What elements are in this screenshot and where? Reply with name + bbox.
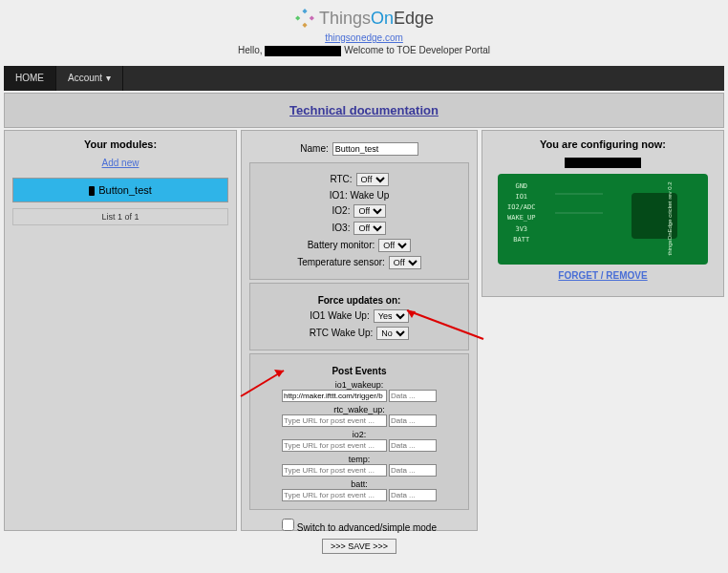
list-info: List 1 of 1 <box>12 208 228 225</box>
module-item-label: Button_test <box>98 184 152 196</box>
ev-temp-url[interactable] <box>282 464 387 477</box>
force-rtc-label: RTC Wake Up: <box>310 328 374 338</box>
main-columns: Your modules: Add new Button_test List 1… <box>0 130 728 531</box>
ev-temp-data[interactable] <box>389 464 437 477</box>
technical-docs-link[interactable]: Technical documentation <box>289 103 439 117</box>
name-input[interactable] <box>332 142 418 156</box>
ev-rtc-url[interactable] <box>282 414 387 427</box>
brand-bold: Edge <box>394 9 434 29</box>
nav-account[interactable]: Account▾ <box>56 66 123 91</box>
site-url-link[interactable]: thingsonedge.com <box>0 32 728 43</box>
svg-rect-1 <box>295 15 300 20</box>
pin-gnd: GND <box>507 181 536 192</box>
board-text: thingsOnEdge cricket rev 0.2 <box>666 182 672 256</box>
config-panel: Name: RTC:Off IO1: Wake Up IO2:Off IO3:O… <box>241 130 478 531</box>
ev-temp-label: temp: <box>254 455 464 464</box>
device-name-redacted <box>565 158 641 168</box>
ev-io2-data[interactable] <box>389 439 437 452</box>
rtc-label: RTC: <box>330 174 352 184</box>
modules-panel: Your modules: Add new Button_test List 1… <box>4 130 237 531</box>
brand-blue: On <box>371 9 394 29</box>
device-panel: You are configuring now: GND IO1 IO2/ADC… <box>482 130 724 297</box>
force-rtc-select[interactable]: No <box>376 327 409 340</box>
hello-label: Hello, <box>238 45 263 55</box>
welcome-tail: Welcome to TOE Developer Portal <box>344 45 490 55</box>
ev-rtc-label: rtc_wake_up: <box>254 405 464 414</box>
caret-down-icon: ▾ <box>106 73 111 83</box>
force-settings: Force updates on: IO1 Wake Up:Yes RTC Wa… <box>249 283 469 350</box>
temp-select[interactable]: Off <box>389 256 421 269</box>
logo-icon <box>294 8 315 29</box>
ev-io1-data[interactable] <box>389 390 437 402</box>
nav-account-label: Account <box>68 73 102 83</box>
module-icon <box>89 186 95 196</box>
modules-title: Your modules: <box>12 138 228 150</box>
brand-logo: ThingsOnEdge <box>294 8 434 29</box>
io3-select[interactable]: Off <box>353 222 386 235</box>
save-button[interactable]: >>> SAVE >>> <box>322 539 396 554</box>
name-label: Name: <box>300 143 328 154</box>
switch-mode-checkbox[interactable] <box>282 519 294 531</box>
batt-label: Battery monitor: <box>308 240 375 250</box>
pin-labels: GND IO1 IO2/ADC WAKE_UP 3V3 BATT <box>507 181 536 245</box>
configuring-title: You are configuring now: <box>490 138 716 150</box>
pin-wake: WAKE_UP <box>507 213 536 223</box>
board-trace <box>555 193 603 195</box>
pin-io1: IO1 <box>507 192 536 202</box>
svg-rect-0 <box>302 9 307 13</box>
pin-3v3: 3V3 <box>507 224 536 235</box>
board-trace <box>555 212 603 214</box>
temp-label: Temperature sensor: <box>297 257 385 267</box>
ev-io2-url[interactable] <box>282 439 387 452</box>
force-io1-label: IO1 Wake Up: <box>310 310 369 321</box>
io1-label: IO1: Wake Up <box>330 190 389 201</box>
ev-io2-label: io2: <box>254 430 464 439</box>
svg-rect-2 <box>310 15 314 20</box>
post-events: Post Events io1_wakeup: rtc_wake_up: io2… <box>249 353 469 510</box>
io-settings: RTC:Off IO1: Wake Up IO2:Off IO3:Off Bat… <box>249 162 469 280</box>
ev-rtc-data[interactable] <box>389 414 437 427</box>
svg-rect-3 <box>302 23 307 28</box>
force-header: Force updates on: <box>254 295 464 306</box>
ev-batt-data[interactable] <box>389 489 437 501</box>
module-item[interactable]: Button_test <box>12 178 228 202</box>
brand-thin: Things <box>319 9 371 29</box>
switch-mode-row: Switch to advanced/simple mode <box>282 519 437 533</box>
name-row: Name: <box>300 142 418 156</box>
rtc-select[interactable]: Off <box>356 173 389 186</box>
io2-select[interactable]: Off <box>353 204 386 218</box>
doc-bar: Technical documentation <box>4 93 724 128</box>
pin-io2: IO2/ADC <box>507 202 536 213</box>
forget-remove-link[interactable]: FORGET / REMOVE <box>490 270 716 281</box>
pin-batt: BATT <box>507 235 536 245</box>
ev-batt-label: batt: <box>254 479 464 489</box>
ev-batt-url[interactable] <box>282 489 387 501</box>
force-io1-select[interactable]: Yes <box>374 309 409 323</box>
navbar: HOME Account▾ <box>4 66 724 91</box>
post-header: Post Events <box>254 366 464 376</box>
welcome-text: Hello, Welcome to TOE Developer Portal <box>0 45 728 56</box>
io3-label: IO3: <box>332 223 351 233</box>
ev-io1-label: io1_wakeup: <box>254 380 464 390</box>
username-redacted <box>265 46 341 56</box>
page-header: ThingsOnEdge thingsonedge.com Hello, Wel… <box>0 0 728 60</box>
add-new-link[interactable]: Add new <box>12 158 228 168</box>
board-image: GND IO1 IO2/ADC WAKE_UP 3V3 BATT thingsO… <box>498 174 708 265</box>
ev-io1-url[interactable] <box>282 390 387 402</box>
nav-home[interactable]: HOME <box>4 66 56 91</box>
batt-select[interactable]: Off <box>378 239 411 252</box>
switch-mode-label: Switch to advanced/simple mode <box>297 522 437 533</box>
io2-label: IO2: <box>332 205 351 216</box>
